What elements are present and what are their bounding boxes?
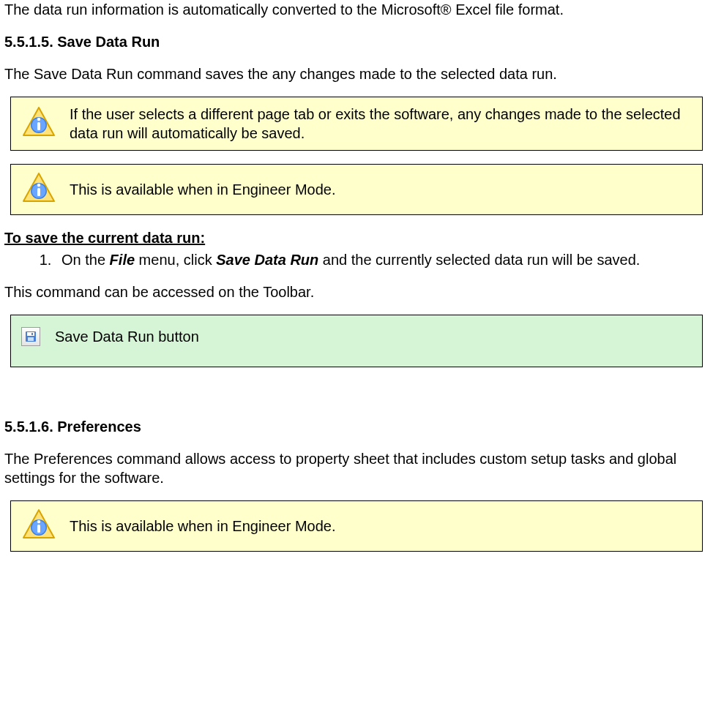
howto-heading: To save the current data run:	[4, 228, 709, 247]
heading-5-5-1-5: 5.5.1.5. Save Data Run	[4, 32, 709, 51]
save-data-run-desc: The Save Data Run command saves the any …	[4, 64, 709, 83]
note-autosave: If the user selects a different page tab…	[10, 97, 703, 151]
svg-rect-13	[31, 333, 33, 335]
step1-menu-file: File	[110, 252, 135, 268]
toolbar-button-example: Save Data Run button	[10, 315, 703, 367]
svg-point-4	[37, 118, 40, 121]
svg-point-18	[37, 520, 40, 523]
note-autosave-text: If the user selects a different page tab…	[70, 105, 692, 143]
save-icon[interactable]	[21, 327, 40, 346]
toolbar-button-label: Save Data Run button	[55, 327, 199, 346]
svg-point-9	[37, 184, 40, 187]
step1-mid: menu, click	[135, 252, 216, 268]
info-icon	[21, 509, 56, 544]
toolbar-access-text: This command can be accessed on the Tool…	[4, 282, 709, 301]
howto-step-1: On the File menu, click Save Data Run an…	[56, 250, 709, 269]
note-engineer-mode-1: This is available when in Engineer Mode.	[10, 164, 703, 215]
svg-rect-17	[37, 525, 40, 533]
preferences-desc: The Preferences command allows access to…	[4, 449, 709, 487]
step1-prefix: On the	[61, 252, 110, 268]
step1-suffix: and the currently selected data run will…	[318, 252, 640, 268]
howto-steps: On the File menu, click Save Data Run an…	[4, 250, 709, 269]
svg-rect-8	[37, 188, 40, 196]
note-engineer-mode-2-text: This is available when in Engineer Mode.	[70, 517, 692, 536]
info-icon	[21, 172, 56, 207]
intro-text: The data run information is automaticall…	[4, 0, 709, 19]
note-engineer-mode-1-text: This is available when in Engineer Mode.	[70, 180, 692, 199]
svg-rect-12	[28, 337, 34, 341]
info-icon	[21, 106, 56, 141]
heading-5-5-1-6: 5.5.1.6. Preferences	[4, 417, 709, 436]
step1-cmd-save: Save Data Run	[216, 252, 318, 268]
svg-rect-11	[27, 332, 34, 336]
note-engineer-mode-2: This is available when in Engineer Mode.	[10, 500, 703, 552]
svg-rect-3	[37, 122, 40, 130]
